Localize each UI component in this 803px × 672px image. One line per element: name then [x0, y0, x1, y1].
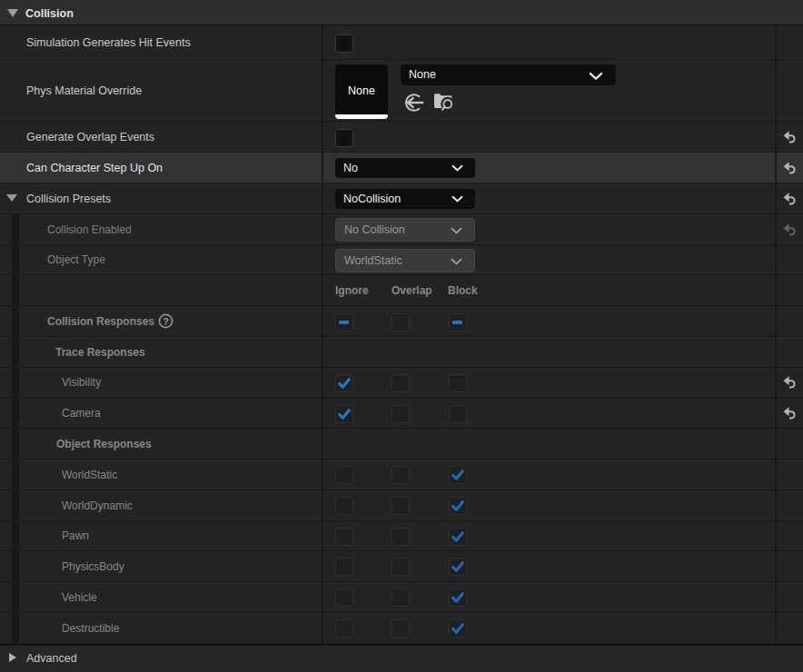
svg-text:?: ? [163, 316, 169, 327]
